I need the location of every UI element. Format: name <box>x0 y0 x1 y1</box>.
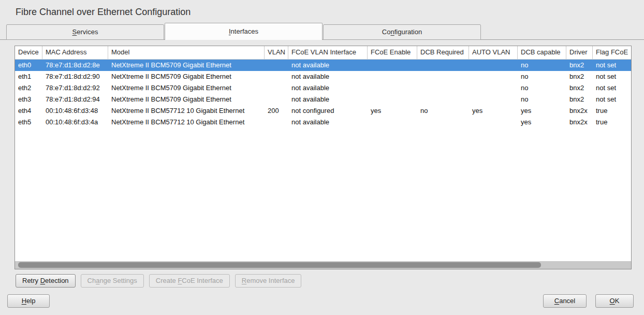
cell-driver: bnx2 <box>566 82 593 94</box>
cell-fcoe-vlan-interface: not available <box>288 117 368 128</box>
cell-fcoe-enable <box>368 60 417 71</box>
fcoe-configuration-dialog: Fibre Channel over Ethernet Configuratio… <box>0 0 644 315</box>
cell-device: eth1 <box>15 71 42 82</box>
cell-mac-address: 78:e7:d1:8d:d2:92 <box>42 82 108 94</box>
table-row-eth0[interactable]: eth078:e7:d1:8d:d2:8eNetXtreme II BCM570… <box>15 60 631 71</box>
column-header-fcoe-vlan-interface: FCoE VLAN Interface <box>288 46 368 59</box>
table-row-eth4[interactable]: eth400:10:48:6f:d3:48NetXtreme II BCM577… <box>15 105 631 117</box>
retry-detection-button[interactable]: Retry Detection <box>16 274 76 288</box>
column-header-vlan: VLAN <box>265 46 288 59</box>
tab-configuration[interactable]: Configuration <box>323 24 481 40</box>
cell-fcoe-enable <box>368 71 417 82</box>
cell-device: eth3 <box>15 94 42 105</box>
cell-auto-vlan <box>469 60 518 71</box>
cell-model: NetXtreme II BCM57712 10 Gigabit Etherne… <box>108 117 265 128</box>
column-header-device: Device <box>15 46 42 59</box>
cell-fcoe-enable: yes <box>368 105 417 117</box>
cell-driver: bnx2x <box>566 117 593 128</box>
cell-dcb-required: no <box>417 105 469 117</box>
tab-services[interactable]: Services <box>6 24 164 40</box>
column-header-model: Model <box>108 46 265 59</box>
cell-mac-address: 78:e7:d1:8d:d2:8e <box>42 60 108 71</box>
help-button[interactable]: Help <box>7 294 50 308</box>
table-row-eth1[interactable]: eth178:e7:d1:8d:d2:90NetXtreme II BCM570… <box>15 71 631 82</box>
create-fcoe-interface-button[interactable]: Create FCoE Interface <box>149 274 230 288</box>
cell-fcoe-vlan-interface: not available <box>288 82 368 94</box>
column-header-driver: Driver <box>566 46 593 59</box>
horizontal-scrollbar-thumb[interactable] <box>18 262 541 268</box>
cell-flag-fcoe: not set <box>593 60 631 71</box>
cell-dcb-required <box>417 60 469 71</box>
cell-dcb-required <box>417 94 469 105</box>
cell-flag-fcoe: true <box>593 105 631 117</box>
cell-dcb-capable: no <box>518 71 566 82</box>
cell-flag-fcoe: not set <box>593 94 631 105</box>
cell-dcb-required <box>417 117 469 128</box>
column-header-fcoe-enable: FCoE Enable <box>368 46 417 59</box>
cell-fcoe-enable <box>368 82 417 94</box>
cell-dcb-required <box>417 82 469 94</box>
cell-auto-vlan <box>469 71 518 82</box>
cell-dcb-capable: no <box>518 94 566 105</box>
dialog-title: Fibre Channel over Ethernet Configuratio… <box>16 7 191 18</box>
cell-vlan: 200 <box>265 105 288 117</box>
cell-vlan <box>265 71 288 82</box>
cell-auto-vlan <box>469 117 518 128</box>
table-body: eth078:e7:d1:8d:d2:8eNetXtreme II BCM570… <box>15 60 631 128</box>
remove-interface-button[interactable]: Remove Interface <box>235 274 302 288</box>
cell-device: eth2 <box>15 82 42 94</box>
interfaces-table: DeviceMAC AddressModelVLANFCoE VLAN Inte… <box>14 46 632 269</box>
change-settings-button[interactable]: Change Settings <box>81 274 144 288</box>
table-row-eth5[interactable]: eth500:10:48:6f:d3:4aNetXtreme II BCM577… <box>15 117 631 128</box>
cell-auto-vlan <box>469 82 518 94</box>
cell-fcoe-vlan-interface: not configured <box>288 105 368 117</box>
cell-model: NetXtreme II BCM5709 Gigabit Ethernet <box>108 60 265 71</box>
cell-dcb-capable: yes <box>518 105 566 117</box>
cell-flag-fcoe: not set <box>593 71 631 82</box>
interface-actions: Retry DetectionChange SettingsCreate FCo… <box>16 274 306 288</box>
cell-model: NetXtreme II BCM5709 Gigabit Ethernet <box>108 82 265 94</box>
horizontal-scrollbar[interactable] <box>15 261 631 269</box>
column-header-mac-address: MAC Address <box>42 46 108 59</box>
cell-mac-address: 78:e7:d1:8d:d2:94 <box>42 94 108 105</box>
cell-mac-address: 00:10:48:6f:d3:4a <box>42 117 108 128</box>
cancel-button[interactable]: Cancel <box>543 294 587 308</box>
column-header-dcb-required: DCB Required <box>417 46 469 59</box>
cell-fcoe-enable <box>368 94 417 105</box>
cell-fcoe-enable <box>368 117 417 128</box>
cell-mac-address: 78:e7:d1:8d:d2:90 <box>42 71 108 82</box>
cell-model: NetXtreme II BCM5709 Gigabit Ethernet <box>108 71 265 82</box>
column-header-auto-vlan: AUTO VLAN <box>469 46 518 59</box>
cell-dcb-capable: yes <box>518 117 566 128</box>
column-header-dcb-capable: DCB capable <box>518 46 566 59</box>
cell-fcoe-vlan-interface: not available <box>288 71 368 82</box>
cell-vlan <box>265 82 288 94</box>
cell-driver: bnx2x <box>566 105 593 117</box>
ok-button[interactable]: OK <box>595 294 634 308</box>
table-row-eth3[interactable]: eth378:e7:d1:8d:d2:94NetXtreme II BCM570… <box>15 94 631 105</box>
cell-dcb-required <box>417 71 469 82</box>
cell-auto-vlan <box>469 94 518 105</box>
cell-driver: bnx2 <box>566 60 593 71</box>
cell-fcoe-vlan-interface: not available <box>288 94 368 105</box>
cell-device: eth4 <box>15 105 42 117</box>
cell-auto-vlan: yes <box>469 105 518 117</box>
cell-driver: bnx2 <box>566 71 593 82</box>
cell-vlan <box>265 94 288 105</box>
cell-dcb-capable: no <box>518 82 566 94</box>
cell-vlan <box>265 60 288 71</box>
cell-device: eth5 <box>15 117 42 128</box>
table-row-eth2[interactable]: eth278:e7:d1:8d:d2:92NetXtreme II BCM570… <box>15 82 631 94</box>
cell-model: NetXtreme II BCM5709 Gigabit Ethernet <box>108 94 265 105</box>
cell-fcoe-vlan-interface: not available <box>288 60 368 71</box>
cell-driver: bnx2 <box>566 94 593 105</box>
cell-vlan <box>265 117 288 128</box>
column-header-flag-fcoe: Flag FCoE <box>593 46 631 59</box>
cell-mac-address: 00:10:48:6f:d3:48 <box>42 105 108 117</box>
cell-model: NetXtreme II BCM57712 10 Gigabit Etherne… <box>108 105 265 117</box>
table-header-row: DeviceMAC AddressModelVLANFCoE VLAN Inte… <box>15 46 631 60</box>
cell-dcb-capable: no <box>518 60 566 71</box>
tab-interfaces[interactable]: Interfaces <box>165 23 323 40</box>
cell-device: eth0 <box>15 60 42 71</box>
cell-flag-fcoe: not set <box>593 82 631 94</box>
